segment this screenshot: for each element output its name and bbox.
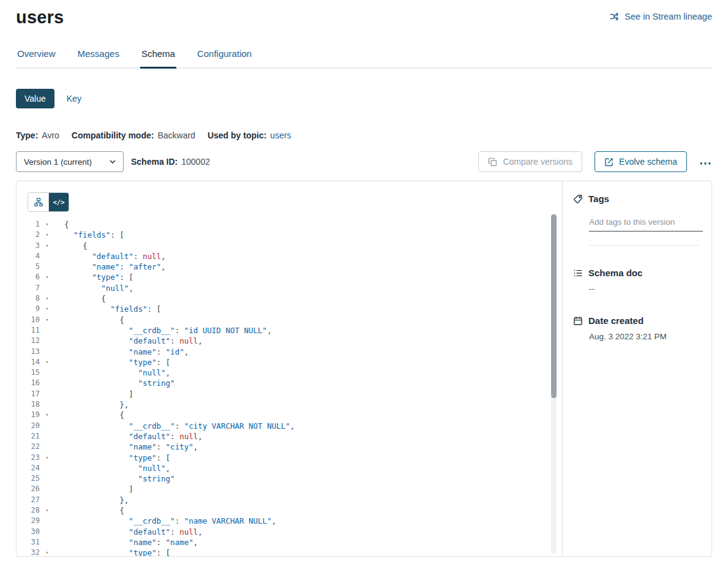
code-line: 32▾ "type": [: [17, 548, 562, 556]
evolve-schema-label: Evolve schema: [619, 157, 677, 167]
code-line: 26 ]: [17, 484, 562, 494]
stream-lineage-label: See in Stream lineage: [625, 12, 712, 21]
line-number: 11: [17, 325, 40, 336]
line-number: 26: [17, 484, 40, 494]
line-number: 22: [17, 442, 40, 452]
tags-input[interactable]: [589, 215, 703, 232]
fold-spacer: [40, 378, 54, 388]
code-line: 17 ]: [17, 389, 562, 399]
version-select[interactable]: Version 1 (current): [16, 151, 124, 172]
line-number: 16: [17, 378, 40, 388]
page-title: users: [16, 7, 64, 28]
editor-scrollbar[interactable]: [551, 213, 557, 554]
topic-link[interactable]: users: [270, 130, 291, 140]
fold-toggle-icon[interactable]: ▾: [40, 230, 54, 240]
schema-sidebar: Tags Schema doc --: [563, 181, 711, 556]
code-text: "__crdb__": "id UUID NOT NULL",: [54, 325, 272, 336]
code-line: 31 "name": "name",: [17, 537, 562, 548]
schema-panel: </> 1▾{2▾ "fields": [3▾ {4 "default": nu…: [16, 181, 712, 557]
line-number: 12: [17, 336, 40, 346]
line-number: 9: [17, 304, 40, 314]
tab-schema[interactable]: Schema: [140, 48, 176, 69]
fold-toggle-icon[interactable]: ▾: [40, 357, 54, 367]
fold-toggle-icon[interactable]: ▾: [40, 410, 54, 420]
scrollbar-thumb[interactable]: [551, 214, 557, 398]
code-text: "string": [54, 473, 175, 484]
code-text: {: [54, 505, 124, 516]
stream-lineage-icon: [609, 12, 620, 21]
code-text: {: [54, 315, 124, 325]
fold-toggle-icon[interactable]: ▾: [40, 548, 54, 556]
fold-spacer: [40, 442, 54, 452]
fold-toggle-icon[interactable]: ▾: [40, 272, 54, 282]
code-text: {: [54, 293, 106, 304]
code-text: "type": [: [54, 272, 133, 282]
value-toggle-button[interactable]: Value: [16, 89, 54, 108]
fold-spacer: [40, 421, 54, 431]
compare-versions-label: Compare versions: [503, 157, 572, 167]
code-view-button[interactable]: </>: [48, 193, 69, 211]
code-line: 12 "default": null,: [17, 336, 562, 346]
code-line: 11 "__crdb__": "id UUID NOT NULL",: [17, 325, 562, 336]
fold-toggle-icon[interactable]: ▾: [40, 453, 54, 463]
line-number: 29: [17, 516, 40, 526]
evolve-schema-button[interactable]: Evolve schema: [595, 151, 687, 172]
code-line: 19▾ {: [17, 410, 562, 420]
fold-spacer: [40, 527, 54, 537]
copy-icon: [488, 157, 497, 167]
schema-kind-toggle: Value Key: [16, 89, 712, 108]
code-text: "string": [54, 378, 175, 388]
code-editor: </> 1▾{2▾ "fields": [3▾ {4 "default": nu…: [17, 181, 563, 556]
schema-doc-header: Schema doc: [573, 268, 699, 278]
schema-doc-title: Schema doc: [588, 268, 642, 278]
fold-toggle-icon[interactable]: ▾: [40, 219, 54, 230]
schema-doc-value: --: [589, 284, 699, 293]
line-number: 15: [17, 367, 40, 378]
code-text: ]: [54, 389, 133, 399]
compare-versions-button[interactable]: Compare versions: [478, 151, 582, 172]
schema-doc-section: Schema doc --: [573, 268, 699, 293]
tab-overview[interactable]: Overview: [16, 48, 57, 67]
code-line: 7 "null",: [17, 283, 562, 293]
stream-lineage-link[interactable]: See in Stream lineage: [609, 12, 712, 21]
line-number: 6: [17, 272, 40, 282]
code-text: ]: [54, 484, 133, 494]
editor-view-toggle: </>: [28, 192, 69, 212]
fold-toggle-icon[interactable]: ▾: [40, 293, 54, 304]
line-number: 31: [17, 537, 40, 548]
code-line: 29 "__crdb__": "name VARCHAR NULL",: [17, 516, 562, 526]
tree-view-button[interactable]: [28, 193, 48, 211]
code-text: "name": "name",: [54, 537, 198, 548]
code-line: 30 "default": null,: [17, 527, 562, 537]
fold-toggle-icon[interactable]: ▾: [40, 304, 54, 314]
code-line: 21 "default": null,: [17, 431, 562, 442]
code-text: "type": [: [54, 548, 170, 556]
line-number: 30: [17, 527, 40, 537]
tab-messages[interactable]: Messages: [77, 48, 121, 67]
tab-configuration[interactable]: Configuration: [196, 48, 253, 67]
code-text: "default": null,: [54, 251, 166, 262]
line-number: 13: [17, 347, 40, 357]
code-line: 8▾ {: [17, 293, 562, 304]
fold-spacer: [40, 484, 54, 494]
code-line: 15 "null",: [17, 367, 562, 378]
code-view-icon: </>: [53, 198, 65, 206]
code-line: 20 "__crdb__": "city VARCHAR NOT NULL",: [17, 421, 562, 431]
code-text: "type": [: [54, 453, 170, 463]
line-number: 14: [17, 357, 40, 367]
code-text: "default": null,: [54, 431, 203, 442]
fold-toggle-icon[interactable]: ▾: [40, 505, 54, 516]
fold-toggle-icon[interactable]: ▾: [40, 241, 54, 251]
more-options-button[interactable]: ⋯: [699, 154, 712, 169]
code-line: 2▾ "fields": [: [17, 230, 562, 240]
code-line: 3▾ {: [17, 241, 562, 251]
key-toggle-button[interactable]: Key: [58, 89, 90, 108]
type-label: Type:: [16, 130, 38, 140]
fold-toggle-icon[interactable]: ▾: [40, 315, 54, 325]
tab-bar: Overview Messages Schema Configuration: [16, 48, 712, 69]
code-text: "default": null,: [54, 527, 203, 537]
code-line: 4 "default": null,: [17, 251, 562, 262]
line-number: 10: [17, 315, 40, 325]
type-value: Avro: [42, 130, 59, 140]
chevron-down-icon: [108, 157, 118, 167]
